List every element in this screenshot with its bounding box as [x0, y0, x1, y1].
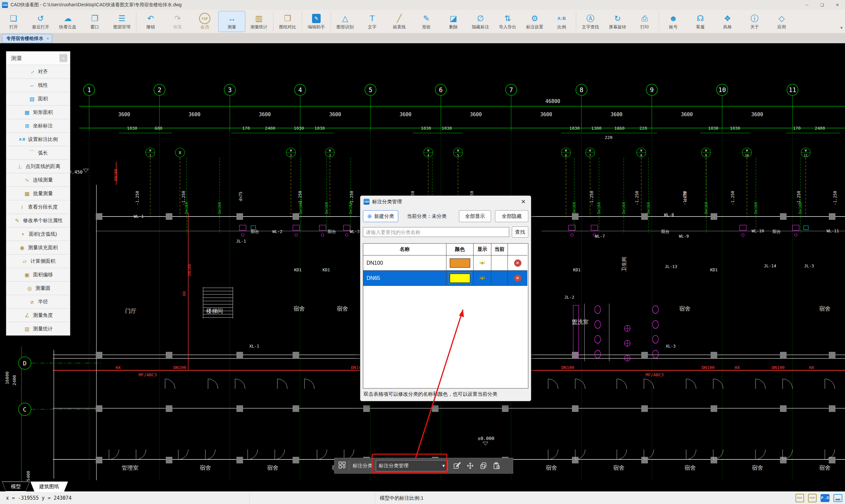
measure-item-12[interactable]: ◗面积(含弧线) [6, 228, 70, 241]
图层管理-icon: ☰ [118, 13, 125, 24]
close-button[interactable]: ✕ [830, 0, 845, 10]
measure-item-11[interactable]: ✎修改单个标注属性 [6, 214, 70, 228]
edit-category-icon[interactable] [453, 462, 461, 470]
svg-text:De160: De160 [646, 202, 651, 214]
toolbar-item-19[interactable]: ⚙标注设置 [521, 11, 548, 32]
show-all-button[interactable]: 全部显示 [459, 210, 491, 222]
document-tab[interactable]: 专用宿舍楼给排水 × [2, 34, 52, 43]
layout-tab-模型[interactable]: 模型 [2, 482, 30, 491]
measure-panel-close-icon[interactable]: × [59, 54, 67, 62]
toolbar-item-15[interactable]: ✎形状 [413, 11, 440, 32]
category-dropdown[interactable]: 标注分类管理 ▾ [376, 460, 448, 471]
find-button[interactable]: 查找 [512, 227, 528, 238]
toolbar-item-28[interactable]: ◇应用 [768, 11, 795, 32]
toolbar-item-27[interactable]: ⓘ关于 [741, 11, 768, 32]
copy-annotation-icon[interactable] [479, 462, 487, 470]
toolbar-item-13[interactable]: T文字 [358, 11, 386, 32]
measure-item-16[interactable]: ◎测量圆 [6, 282, 70, 295]
toolbar-item-24[interactable]: ☻账号 [660, 11, 687, 32]
current-flag-cell[interactable] [491, 255, 508, 271]
category-grid-icon[interactable] [338, 462, 346, 470]
toolbar-item-16[interactable]: ◪删除 [440, 11, 467, 32]
visibility-eye-icon[interactable] [474, 271, 491, 286]
svg-text:宿舍: 宿舍 [294, 306, 305, 312]
category-row-DN65[interactable]: DN65✕ [363, 271, 528, 286]
delete-category-icon[interactable]: ✕ [508, 255, 527, 271]
visibility-eye-icon[interactable] [474, 255, 491, 271]
toolbar-item-7[interactable]: VIP会员 [191, 11, 218, 32]
current-flag-cell[interactable] [491, 271, 508, 286]
measure-item-0[interactable]: ↔对齐 [6, 65, 70, 78]
measure-item-3[interactable]: ▦矩形面积 [6, 106, 70, 119]
document-tab-close-icon[interactable]: × [47, 36, 49, 41]
pdf-batch-export-icon[interactable]: PDF [808, 494, 816, 502]
toolbar-item-label: 快看云盘 [59, 24, 76, 30]
toolbar-item-21[interactable]: Ⓐ文字查找 [577, 11, 604, 32]
svg-text:-1.250: -1.250 [135, 191, 140, 205]
toolbar-item-22[interactable]: ↻屏幕旋转 [604, 11, 631, 32]
toolbar-item-8[interactable]: ↔测量 [218, 11, 245, 32]
measure-item-15[interactable]: ▣面积偏移 [6, 268, 70, 282]
measure-item-17[interactable]: ⌀半径 [6, 295, 70, 309]
svg-text:HX: HX [809, 365, 814, 370]
pdf-to-dwg-icon[interactable]: P→D [821, 494, 829, 502]
paste-annotation-icon[interactable] [493, 462, 500, 470]
svg-text:9: 9 [705, 154, 707, 157]
toolbar-item-1[interactable]: ↺最近打开 [27, 11, 54, 32]
toolbar-item-14[interactable]: ╱画直线 [386, 11, 413, 32]
measure-item-2[interactable]: ▨面积 [6, 92, 70, 106]
document-tab-label: 专用宿舍楼给排水 [6, 36, 43, 41]
measure-item-18[interactable]: ∠测量角度 [6, 309, 70, 322]
measure-item-1[interactable]: ↔线性 [6, 78, 70, 92]
toolbar-item-10[interactable]: ❐图纸对比 [274, 11, 301, 32]
toolbar-item-4[interactable]: ☰图层管理 [108, 11, 135, 32]
category-search-input[interactable] [363, 227, 509, 237]
toolbar-item-20[interactable]: A:B比例 [548, 11, 575, 32]
measure-item-7[interactable]: ⊥点到直线的距离 [6, 160, 70, 173]
toolbar-item-17[interactable]: ∅隐藏标注 [467, 11, 494, 32]
toolbar-item-5[interactable]: ↶撤销 [137, 11, 164, 32]
layout-tab-建筑图纸[interactable]: 建筑图纸 [30, 482, 68, 491]
measure-item-4[interactable]: ⊞坐标标注 [6, 119, 70, 133]
toolbar-item-label: 窗口 [90, 24, 99, 30]
toolbar-item-0[interactable]: ❏打开 [0, 11, 27, 32]
measure-item-14[interactable]: ▱计算侧面积 [6, 254, 70, 268]
svg-text:W: W [565, 149, 567, 152]
move-annotation-icon[interactable] [466, 462, 474, 470]
toolbar-item-9[interactable]: ▥测量统计 [245, 11, 272, 32]
半径-icon: ⌀ [29, 299, 36, 305]
measure-item-6[interactable]: ⌒弧长 [6, 146, 70, 160]
measure-item-13[interactable]: ◉测量填充面积 [6, 241, 70, 254]
delete-category-icon[interactable]: ✕ [508, 271, 527, 286]
toolbar-overflow-caret-icon[interactable]: ▼ [840, 26, 843, 30]
maximize-button[interactable]: ❑ [815, 0, 830, 10]
toolbar-item-25[interactable]: ☊客服 [687, 11, 714, 32]
dialog-close-icon[interactable]: ✕ [519, 198, 528, 205]
dialog-hint-text: 双击表格项可以修改分类的名称和颜色，也可以设置当前分类 [364, 391, 497, 397]
measure-item-10[interactable]: ≀查看分段长度 [6, 200, 70, 214]
toolbar-item-12[interactable]: △图形识别 [332, 11, 358, 32]
category-table[interactable]: 名称颜色显示当前DN100✕DN65✕ [363, 243, 528, 389]
minimize-button[interactable]: ─ [799, 0, 815, 10]
toolbar-item-6[interactable]: ↷恢复 [164, 11, 191, 32]
toolbar-item-11[interactable]: ✎编辑助手 [303, 11, 330, 32]
pdf-export-icon[interactable]: PDF [795, 494, 804, 502]
hide-all-button[interactable]: 全部隐藏 [495, 210, 528, 222]
measure-item-19[interactable]: ▥测量统计 [6, 322, 70, 335]
measure-item-8[interactable]: ∿连续测量 [6, 173, 70, 187]
column-header [508, 244, 527, 255]
svg-text:10: 10 [719, 86, 726, 93]
measure-item-5[interactable]: A:B设置标注比例 [6, 133, 70, 146]
plus-circle-icon: ⊕ [367, 213, 372, 220]
category-row-DN100[interactable]: DN100✕ [363, 255, 528, 271]
toolbar-item-2[interactable]: ☁快看云盘 [54, 11, 81, 32]
toolbar-item-3[interactable]: ❐窗口 [81, 11, 108, 32]
category-color-cell[interactable] [446, 255, 474, 271]
toolbar-item-26[interactable]: ❖风格 [714, 11, 741, 32]
toolbar-item-18[interactable]: ⇅导入导出 [494, 11, 521, 32]
panel-toggle-icon[interactable] [833, 493, 842, 502]
category-color-cell[interactable] [446, 271, 474, 286]
toolbar-item-23[interactable]: ⎙打印 [631, 11, 658, 32]
measure-item-9[interactable]: ▩批量测量 [6, 187, 70, 200]
new-category-button[interactable]: ⊕ 新建分类 [363, 210, 398, 222]
